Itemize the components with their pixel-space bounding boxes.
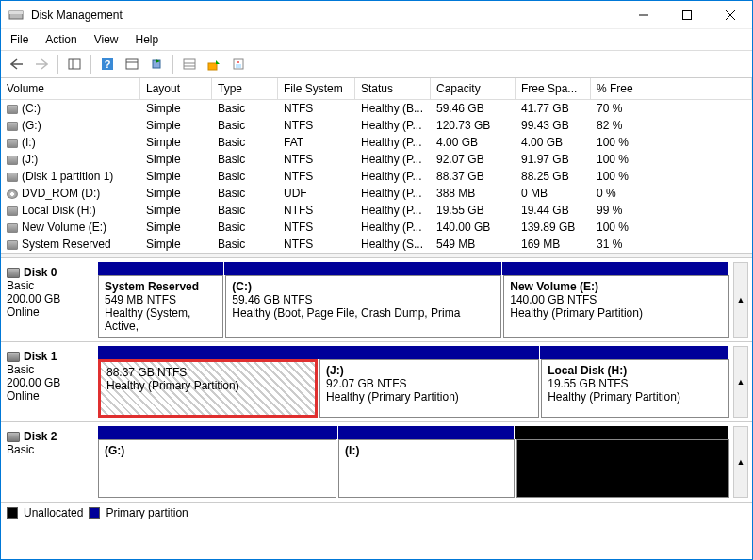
volume-capacity: 92.07 GB (431, 152, 516, 167)
window-title: Disk Management (31, 8, 622, 22)
volume-name: DVD_ROM (D:) (22, 187, 100, 200)
volume-status: Healthy (P... (355, 169, 431, 184)
disk-info[interactable]: Disk 0Basic200.00 GBOnline (5, 262, 94, 338)
volume-name: (J:) (22, 153, 38, 166)
volume-status: Healthy (P... (355, 220, 431, 235)
volume-capacity: 388 MB (431, 186, 516, 201)
partition-size: 140.00 GB NTFS (510, 293, 723, 306)
volume-fs: NTFS (278, 220, 355, 235)
col-capacity[interactable]: Capacity (431, 78, 516, 99)
partition-health: Healthy (Primary Partition) (106, 379, 309, 392)
volume-layout: Simple (140, 220, 212, 235)
partition-health: Healthy (System, Active, (105, 306, 217, 333)
disk-size: 200.00 GB (7, 376, 92, 389)
back-button[interactable] (7, 54, 27, 74)
scroll-up-icon[interactable]: ▲ (733, 346, 748, 418)
disk-row: Disk 0Basic200.00 GBOnlineSystem Reserve… (1, 258, 752, 342)
svg-rect-16 (208, 63, 217, 70)
minimize-button[interactable] (622, 1, 665, 29)
col-pct[interactable]: % Free (591, 78, 642, 99)
disk-icon (7, 352, 20, 362)
partition-title: (I:) (345, 444, 508, 457)
volume-pct: 0 % (591, 186, 642, 201)
partition[interactable]: New Volume (E:)140.00 GB NTFSHealthy (Pr… (503, 275, 729, 338)
refresh-button[interactable] (146, 54, 167, 74)
volume-type: Basic (212, 186, 278, 201)
scroll-up-icon[interactable]: ▲ (733, 262, 748, 338)
volume-status: Healthy (P... (355, 118, 431, 133)
disk-type: Basic (7, 363, 92, 376)
volume-free: 4.00 GB (516, 135, 591, 150)
volume-row[interactable]: System ReservedSimpleBasicNTFSHealthy (S… (1, 236, 752, 253)
volume-name: (G:) (22, 119, 41, 132)
volume-icon (7, 223, 18, 233)
disk-strip (98, 346, 729, 359)
volume-capacity: 88.37 GB (431, 169, 516, 184)
menu-action[interactable]: Action (45, 33, 76, 46)
col-fs[interactable]: File System (278, 78, 355, 99)
volume-name: (I:) (22, 136, 36, 149)
volume-row[interactable]: Local Disk (H:)SimpleBasicNTFSHealthy (P… (1, 202, 752, 219)
volume-type: Basic (212, 203, 278, 218)
volume-fs: NTFS (278, 169, 355, 184)
volume-row[interactable]: (G:)SimpleBasicNTFSHealthy (P...120.73 G… (1, 117, 752, 134)
disk-name: Disk 2 (24, 430, 57, 443)
volume-pct: 100 % (591, 152, 642, 167)
scroll-up-icon[interactable]: ▲ (733, 426, 748, 498)
partition[interactable]: (J:)92.07 GB NTFSHealthy (Primary Partit… (319, 359, 539, 418)
volume-name: New Volume (E:) (22, 221, 106, 234)
volume-capacity: 4.00 GB (431, 135, 516, 150)
partition-health: Healthy (Boot, Page File, Crash Dump, Pr… (232, 306, 495, 320)
svg-rect-10 (126, 59, 138, 69)
volume-row[interactable]: (I:)SimpleBasicFATHealthy (P...4.00 GB4.… (1, 134, 752, 151)
maximize-button[interactable] (665, 1, 709, 29)
partition-health: Healthy (Primary Partition) (326, 390, 532, 404)
toolbar-divider (172, 55, 173, 74)
volume-name: System Reserved (22, 238, 111, 251)
partition-size: 88.37 GB NTFS (106, 366, 309, 379)
volume-row[interactable]: (C:)SimpleBasicNTFSHealthy (B...59.46 GB… (1, 100, 752, 117)
disk-info[interactable]: Disk 1Basic200.00 GBOnline (5, 346, 94, 418)
menu-help[interactable]: Help (136, 33, 159, 46)
partition[interactable]: (G:) (98, 439, 336, 498)
volume-fs: NTFS (278, 101, 355, 116)
col-free[interactable]: Free Spa... (516, 78, 591, 99)
forward-button[interactable] (31, 54, 52, 74)
volume-pct: 100 % (591, 220, 642, 235)
partition[interactable]: 88.37 GB NTFSHealthy (Primary Partition) (98, 359, 318, 418)
volume-layout: Simple (140, 118, 212, 133)
volume-icon (7, 139, 18, 148)
col-volume[interactable]: Volume (1, 78, 140, 99)
volume-layout: Simple (140, 152, 212, 167)
volume-row[interactable]: (J:)SimpleBasicNTFSHealthy (P...92.07 GB… (1, 151, 752, 168)
partition[interactable]: (C:)59.46 GB NTFSHealthy (Boot, Page Fil… (225, 275, 501, 338)
volume-row[interactable]: (Disk 1 partition 1)SimpleBasicNTFSHealt… (1, 168, 752, 185)
volume-row[interactable]: New Volume (E:)SimpleBasicNTFSHealthy (P… (1, 219, 752, 236)
disk-info[interactable]: Disk 2Basic (5, 426, 94, 498)
help-button[interactable]: ? (97, 54, 118, 74)
close-button[interactable] (709, 1, 752, 29)
volume-type: Basic (212, 135, 278, 150)
partition[interactable] (516, 439, 729, 498)
partition[interactable]: Local Disk (H:)19.55 GB NTFSHealthy (Pri… (541, 359, 729, 418)
col-type[interactable]: Type (212, 78, 278, 99)
partition[interactable]: System Reserved549 MB NTFSHealthy (Syste… (98, 275, 223, 338)
list-button[interactable] (179, 54, 200, 74)
col-status[interactable]: Status (355, 78, 431, 99)
volume-row[interactable]: DVD_ROM (D:)SimpleBasicUDFHealthy (P...3… (1, 185, 752, 202)
volume-status: Healthy (S... (355, 237, 431, 252)
show-hide-tree-button[interactable] (64, 54, 85, 74)
partition-size: 59.46 GB NTFS (232, 293, 495, 306)
settings-button[interactable] (122, 54, 142, 74)
menu-file[interactable]: File (10, 33, 28, 46)
menu-view[interactable]: View (94, 33, 119, 46)
partition[interactable]: (I:) (338, 439, 515, 498)
partition-title: New Volume (E:) (510, 280, 723, 293)
volume-layout: Simple (140, 203, 212, 218)
partition-size: 549 MB NTFS (105, 293, 217, 306)
properties-button[interactable] (228, 54, 249, 74)
legend: Unallocated Primary partition (1, 502, 752, 522)
col-layout[interactable]: Layout (140, 78, 212, 99)
column-headers: Volume Layout Type File System Status Ca… (1, 78, 752, 100)
action-button[interactable] (204, 54, 224, 74)
